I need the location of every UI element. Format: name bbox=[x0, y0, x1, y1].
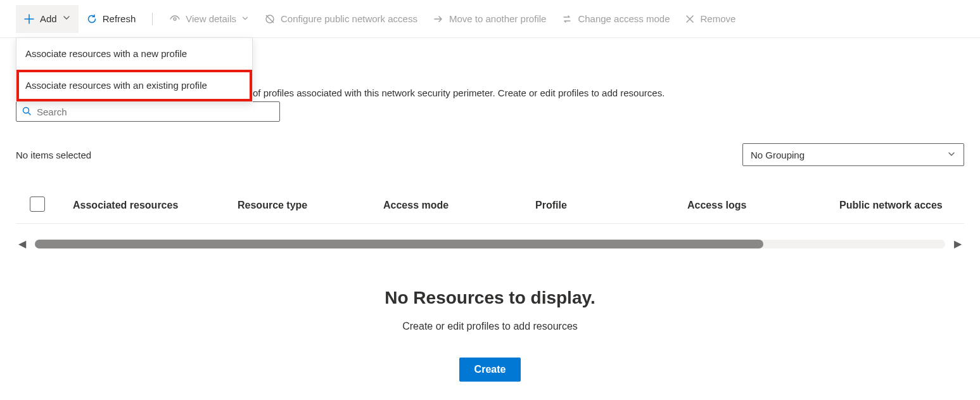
network-icon bbox=[264, 13, 276, 25]
col-profile[interactable]: Profile bbox=[535, 200, 687, 211]
grouping-dropdown[interactable]: No Grouping bbox=[742, 143, 964, 166]
view-details-label: View details bbox=[186, 13, 236, 24]
eye-icon bbox=[169, 13, 181, 25]
change-access-label: Change access mode bbox=[578, 13, 670, 24]
col-access-logs[interactable]: Access logs bbox=[687, 200, 839, 211]
scroll-track[interactable] bbox=[35, 240, 945, 248]
command-bar: Add Refresh View details Configure publi… bbox=[0, 0, 980, 38]
scroll-left-icon[interactable]: ◀ bbox=[16, 238, 29, 250]
create-button[interactable]: Create bbox=[459, 358, 521, 382]
add-dropdown: Associate resources with a new profile A… bbox=[16, 37, 253, 102]
add-button[interactable]: Add bbox=[16, 5, 79, 33]
description-text: of profiles associated with this network… bbox=[253, 87, 665, 98]
add-label: Add bbox=[40, 13, 57, 24]
col-resource-type[interactable]: Resource type bbox=[238, 200, 383, 211]
svg-point-0 bbox=[174, 18, 176, 20]
empty-heading: No Resources to display. bbox=[16, 288, 964, 308]
scroll-right-icon[interactable]: ▶ bbox=[951, 238, 964, 250]
col-associated[interactable]: Associated resources bbox=[73, 200, 238, 211]
grouping-selected: No Grouping bbox=[751, 150, 805, 160]
chevron-down-icon bbox=[241, 13, 249, 24]
chevron-down-icon bbox=[62, 13, 71, 24]
chevron-down-icon bbox=[947, 150, 956, 160]
remove-label: Remove bbox=[700, 13, 735, 24]
table-header: Associated resources Resource type Acces… bbox=[16, 188, 964, 224]
arrow-right-icon bbox=[433, 13, 444, 25]
select-all-checkbox[interactable] bbox=[30, 197, 45, 212]
menu-item-new-profile[interactable]: Associate resources with a new profile bbox=[16, 38, 252, 70]
refresh-label: Refresh bbox=[103, 13, 136, 24]
view-details-button[interactable]: View details bbox=[162, 5, 257, 33]
col-access-mode[interactable]: Access mode bbox=[383, 200, 535, 211]
configure-button[interactable]: Configure public network access bbox=[257, 5, 425, 33]
move-label: Move to another profile bbox=[449, 13, 546, 24]
scroll-thumb[interactable] bbox=[35, 240, 763, 248]
change-access-button[interactable]: Change access mode bbox=[554, 5, 677, 33]
separator bbox=[152, 13, 153, 25]
configure-label: Configure public network access bbox=[281, 13, 417, 24]
search-icon bbox=[22, 106, 32, 118]
empty-subtext: Create or edit profiles to add resources bbox=[16, 321, 964, 332]
plus-icon bbox=[23, 13, 35, 25]
col-public-network[interactable]: Public network acces bbox=[839, 200, 980, 211]
swap-icon bbox=[561, 13, 573, 25]
search-box[interactable] bbox=[16, 101, 280, 122]
refresh-button[interactable]: Refresh bbox=[79, 5, 144, 33]
close-icon bbox=[685, 14, 695, 24]
remove-button[interactable]: Remove bbox=[677, 5, 743, 33]
selection-status: No items selected bbox=[16, 150, 91, 160]
menu-item-existing-profile[interactable]: Associate resources with an existing pro… bbox=[16, 70, 252, 101]
empty-state: No Resources to display. Create or edit … bbox=[16, 288, 964, 382]
search-input[interactable] bbox=[37, 106, 274, 117]
move-button[interactable]: Move to another profile bbox=[425, 5, 554, 33]
refresh-icon bbox=[86, 13, 98, 25]
horizontal-scrollbar[interactable]: ◀ ▶ bbox=[16, 238, 964, 250]
svg-point-2 bbox=[23, 107, 29, 113]
